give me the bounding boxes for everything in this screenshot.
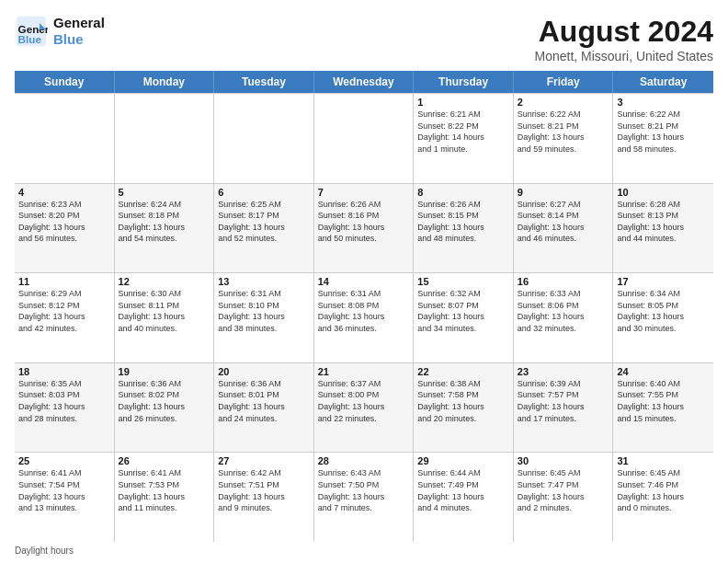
calendar-cell: 4Sunrise: 6:23 AM Sunset: 8:20 PM Daylig…: [15, 184, 115, 273]
calendar-cell: 29Sunrise: 6:44 AM Sunset: 7:49 PM Dayli…: [414, 453, 514, 542]
cell-text: Sunrise: 6:27 AM Sunset: 8:14 PM Dayligh…: [518, 199, 609, 245]
month-title: August 2024: [534, 15, 713, 49]
calendar-cell: 5Sunrise: 6:24 AM Sunset: 8:18 PM Daylig…: [115, 184, 215, 273]
calendar-row: 11Sunrise: 6:29 AM Sunset: 8:12 PM Dayli…: [15, 272, 713, 362]
logo: General Blue General Blue: [15, 15, 105, 48]
day-number: 5: [119, 187, 210, 198]
calendar-cell: 28Sunrise: 6:43 AM Sunset: 7:50 PM Dayli…: [314, 453, 415, 542]
svg-text:Blue: Blue: [18, 33, 42, 45]
header-cell-friday: Friday: [514, 71, 614, 93]
calendar-cell: 27Sunrise: 6:42 AM Sunset: 7:51 PM Dayli…: [214, 453, 314, 542]
calendar-row: 4Sunrise: 6:23 AM Sunset: 8:20 PM Daylig…: [15, 183, 713, 273]
day-number: 30: [518, 455, 609, 466]
calendar-cell: 19Sunrise: 6:36 AM Sunset: 8:02 PM Dayli…: [115, 363, 215, 453]
cell-text: Sunrise: 6:25 AM Sunset: 8:17 PM Dayligh…: [218, 199, 310, 245]
header-cell-wednesday: Wednesday: [314, 71, 415, 93]
cell-text: Sunrise: 6:34 AM Sunset: 8:05 PM Dayligh…: [617, 288, 710, 334]
day-number: 22: [417, 366, 509, 377]
calendar-cell: [115, 94, 215, 183]
cell-text: Sunrise: 6:44 AM Sunset: 7:49 PM Dayligh…: [417, 467, 509, 513]
day-number: 24: [617, 366, 710, 377]
calendar-cell: 15Sunrise: 6:32 AM Sunset: 8:07 PM Dayli…: [414, 273, 514, 362]
day-number: 23: [518, 366, 609, 377]
calendar-cell: 26Sunrise: 6:41 AM Sunset: 7:53 PM Dayli…: [115, 453, 215, 542]
day-number: 21: [318, 366, 410, 377]
cell-text: Sunrise: 6:41 AM Sunset: 7:54 PM Dayligh…: [18, 467, 110, 513]
day-number: 20: [218, 366, 310, 377]
calendar-cell: 18Sunrise: 6:35 AM Sunset: 8:03 PM Dayli…: [15, 363, 115, 453]
calendar-row: 25Sunrise: 6:41 AM Sunset: 7:54 PM Dayli…: [15, 452, 713, 542]
cell-text: Sunrise: 6:26 AM Sunset: 8:16 PM Dayligh…: [318, 199, 410, 245]
cell-text: Sunrise: 6:43 AM Sunset: 7:50 PM Dayligh…: [318, 467, 410, 513]
cell-text: Sunrise: 6:35 AM Sunset: 8:03 PM Dayligh…: [18, 378, 110, 424]
day-number: 27: [218, 455, 310, 466]
day-number: 11: [18, 276, 110, 287]
calendar-cell: 11Sunrise: 6:29 AM Sunset: 8:12 PM Dayli…: [15, 273, 115, 362]
day-number: 17: [617, 276, 710, 287]
cell-text: Sunrise: 6:36 AM Sunset: 8:01 PM Dayligh…: [218, 378, 310, 424]
day-number: 28: [318, 455, 410, 466]
logo-text-general: General: [53, 15, 105, 31]
page: General Blue General Blue August 2024 Mo…: [0, 0, 728, 563]
cell-text: Sunrise: 6:45 AM Sunset: 7:47 PM Dayligh…: [518, 467, 609, 513]
location: Monett, Missouri, United States: [534, 49, 713, 63]
day-number: 10: [617, 187, 710, 198]
cell-text: Sunrise: 6:28 AM Sunset: 8:13 PM Dayligh…: [617, 199, 710, 245]
calendar-header: SundayMondayTuesdayWednesdayThursdayFrid…: [15, 71, 713, 93]
calendar-cell: 16Sunrise: 6:33 AM Sunset: 8:06 PM Dayli…: [514, 273, 614, 362]
day-number: 3: [617, 97, 710, 108]
cell-text: Sunrise: 6:30 AM Sunset: 8:11 PM Dayligh…: [119, 288, 210, 334]
day-number: 2: [518, 97, 609, 108]
cell-text: Sunrise: 6:26 AM Sunset: 8:15 PM Dayligh…: [417, 199, 509, 245]
day-number: 16: [518, 276, 609, 287]
calendar-cell: 30Sunrise: 6:45 AM Sunset: 7:47 PM Dayli…: [514, 453, 614, 542]
calendar-cell: 12Sunrise: 6:30 AM Sunset: 8:11 PM Dayli…: [115, 273, 215, 362]
cell-text: Sunrise: 6:32 AM Sunset: 8:07 PM Dayligh…: [417, 288, 509, 334]
logo-text-blue: Blue: [53, 31, 105, 48]
calendar-cell: 17Sunrise: 6:34 AM Sunset: 8:05 PM Dayli…: [613, 273, 713, 362]
day-number: 15: [417, 276, 509, 287]
calendar-cell: 9Sunrise: 6:27 AM Sunset: 8:14 PM Daylig…: [514, 184, 614, 273]
cell-text: Sunrise: 6:40 AM Sunset: 7:55 PM Dayligh…: [617, 378, 710, 424]
calendar-cell: [314, 94, 415, 183]
calendar-row: 18Sunrise: 6:35 AM Sunset: 8:03 PM Dayli…: [15, 362, 713, 453]
calendar-cell: 22Sunrise: 6:38 AM Sunset: 7:58 PM Dayli…: [414, 363, 514, 453]
day-number: 14: [318, 276, 410, 287]
calendar-cell: 24Sunrise: 6:40 AM Sunset: 7:55 PM Dayli…: [613, 363, 713, 453]
cell-text: Sunrise: 6:33 AM Sunset: 8:06 PM Dayligh…: [518, 288, 609, 334]
calendar-cell: 7Sunrise: 6:26 AM Sunset: 8:16 PM Daylig…: [314, 184, 415, 273]
calendar-cell: 23Sunrise: 6:39 AM Sunset: 7:57 PM Dayli…: [514, 363, 614, 453]
cell-text: Sunrise: 6:38 AM Sunset: 7:58 PM Dayligh…: [417, 378, 509, 424]
title-block: August 2024 Monett, Missouri, United Sta…: [534, 15, 713, 63]
header-cell-sunday: Sunday: [15, 71, 115, 93]
calendar-cell: 1Sunrise: 6:21 AM Sunset: 8:22 PM Daylig…: [414, 94, 514, 183]
calendar-cell: 2Sunrise: 6:22 AM Sunset: 8:21 PM Daylig…: [514, 94, 614, 183]
calendar-cell: 25Sunrise: 6:41 AM Sunset: 7:54 PM Dayli…: [15, 453, 115, 542]
calendar-cell: 10Sunrise: 6:28 AM Sunset: 8:13 PM Dayli…: [613, 184, 713, 273]
header: General Blue General Blue August 2024 Mo…: [15, 15, 713, 63]
day-number: 31: [617, 455, 710, 466]
calendar-cell: [214, 94, 314, 183]
day-number: 25: [18, 455, 110, 466]
day-number: 4: [18, 187, 110, 198]
header-cell-tuesday: Tuesday: [214, 71, 314, 93]
cell-text: Sunrise: 6:24 AM Sunset: 8:18 PM Dayligh…: [119, 199, 210, 245]
calendar-cell: 3Sunrise: 6:22 AM Sunset: 8:21 PM Daylig…: [613, 94, 713, 183]
cell-text: Sunrise: 6:41 AM Sunset: 7:53 PM Dayligh…: [119, 467, 210, 513]
footer-note: Daylight hours: [15, 546, 713, 556]
cell-text: Sunrise: 6:31 AM Sunset: 8:08 PM Dayligh…: [318, 288, 410, 334]
day-number: 7: [318, 187, 410, 198]
calendar-row: 1Sunrise: 6:21 AM Sunset: 8:22 PM Daylig…: [15, 93, 713, 183]
cell-text: Sunrise: 6:39 AM Sunset: 7:57 PM Dayligh…: [518, 378, 609, 424]
header-cell-thursday: Thursday: [414, 71, 514, 93]
day-number: 29: [417, 455, 509, 466]
cell-text: Sunrise: 6:42 AM Sunset: 7:51 PM Dayligh…: [218, 467, 310, 513]
calendar-body: 1Sunrise: 6:21 AM Sunset: 8:22 PM Daylig…: [15, 93, 713, 542]
cell-text: Sunrise: 6:22 AM Sunset: 8:21 PM Dayligh…: [617, 109, 710, 155]
day-number: 26: [119, 455, 210, 466]
cell-text: Sunrise: 6:31 AM Sunset: 8:10 PM Dayligh…: [218, 288, 310, 334]
calendar-cell: 13Sunrise: 6:31 AM Sunset: 8:10 PM Dayli…: [214, 273, 314, 362]
logo-icon: General Blue: [15, 15, 48, 48]
calendar-cell: 31Sunrise: 6:45 AM Sunset: 7:46 PM Dayli…: [613, 453, 713, 542]
calendar-cell: 14Sunrise: 6:31 AM Sunset: 8:08 PM Dayli…: [314, 273, 415, 362]
